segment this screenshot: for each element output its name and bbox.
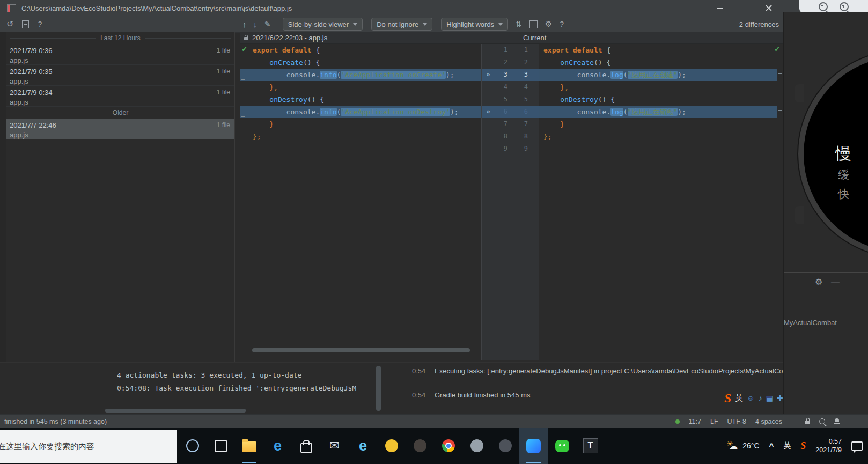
collapse-unchanged-icon[interactable]: ⇅ [516, 20, 522, 28]
input-language-indicator[interactable]: 英 [783, 441, 791, 451]
changed-chevron-icon: » [482, 69, 495, 81]
stripe-marker[interactable] [778, 73, 782, 74]
help-icon-2[interactable]: ? [560, 20, 564, 28]
differences-count: 2 differences [739, 16, 779, 32]
app-dark-icon [499, 439, 512, 452]
previous-difference-icon[interactable]: ↑ [242, 20, 247, 29]
help-icon[interactable]: ? [38, 20, 42, 28]
console-vertical-scrollbar[interactable] [376, 366, 381, 411]
voice-icon[interactable]: ♪ [759, 394, 762, 402]
ime-language-indicator[interactable]: 英 [735, 393, 743, 403]
taskbar-mail[interactable]: ✉ [320, 428, 349, 464]
taskbar-typora[interactable]: T [576, 428, 605, 464]
window-controls [707, 0, 781, 16]
cortana-icon [186, 439, 199, 452]
indent-setting[interactable]: 4 spaces [755, 418, 782, 425]
taskbar-app-dark-orange[interactable] [406, 428, 434, 464]
history-item[interactable]: 2021/7/9 0:34app.js1 file [6, 86, 234, 107]
highlight-mode-label: Highlight words [446, 20, 494, 28]
watch-option[interactable]: 缓 [838, 167, 849, 182]
taskbar-search-box[interactable]: 在这里输入你要搜索的内容 [0, 430, 177, 463]
previewer-panel: 慢 缓 快 ⚙ — MyActualCombat [783, 12, 868, 414]
compare-file-icon[interactable] [22, 20, 29, 28]
synchronize-scrolling-icon[interactable] [529, 20, 538, 28]
console-line: 4 actionable tasks: 3 executed, 1 up-to-… [117, 369, 356, 382]
minimize-button[interactable] [707, 0, 732, 16]
taskbar-file-explorer[interactable] [235, 428, 263, 464]
taskbar-app-gray[interactable] [462, 428, 491, 464]
maximize-button[interactable] [732, 0, 756, 16]
sogou-tray-icon[interactable]: S [800, 440, 806, 452]
horizontal-scrollbar[interactable] [252, 348, 470, 352]
taskbar-task-view[interactable] [207, 428, 235, 464]
edit-source-icon[interactable]: ✎ [264, 20, 271, 28]
history-item[interactable]: 2021/7/9 0:35app.js1 file [6, 65, 234, 86]
taskbar-edge-browser[interactable]: e [263, 428, 292, 464]
taskbar-microsoft-store[interactable] [292, 428, 320, 464]
settings-gear-icon[interactable]: ⚙ [545, 19, 552, 29]
line-separator[interactable]: LF [710, 418, 718, 425]
ignore-policy-dropdown[interactable]: Do not ignore [371, 18, 432, 31]
watch-button-bottom [795, 206, 804, 224]
highlight-mode-dropdown[interactable]: Highlight words [441, 18, 508, 31]
taskbar-cortana[interactable] [178, 428, 207, 464]
gutter-row: 77 [482, 118, 540, 130]
code-line: export default { [539, 44, 777, 56]
previewer-project-name: MyActualCombat [784, 319, 837, 327]
search-everywhere-icon[interactable] [819, 418, 825, 424]
close-button[interactable] [756, 0, 781, 16]
history-item-date: 2021/7/9 0:35 [10, 68, 230, 76]
history-item-date: 2021/7/7 22:46 [10, 121, 230, 129]
taskbar-clock[interactable]: 0:57 2021/7/9 [815, 437, 842, 454]
zoom-out-icon[interactable] [819, 2, 828, 11]
next-difference-icon[interactable]: ↓ [253, 20, 258, 29]
action-center-icon[interactable] [851, 441, 863, 451]
zoom-in-icon[interactable] [840, 2, 849, 11]
gutter-row: 99 [482, 143, 540, 155]
previewer-settings-gear-icon[interactable]: ⚙ [815, 277, 822, 287]
code-line: }; [539, 130, 777, 143]
previewer-zoom-overlay [799, 0, 868, 13]
history-item[interactable]: 2021/7/7 22:46app.js1 file [6, 119, 234, 139]
chevron-down-icon [423, 23, 427, 26]
diff-left-editor[interactable]: export default { onCreate() { console.in… [240, 44, 481, 360]
watch-option[interactable]: 慢 [835, 143, 851, 165]
file-explorer-icon [242, 441, 256, 452]
previewer-minimize-icon[interactable]: — [831, 277, 840, 286]
weather-widget[interactable]: ☀☁ 26°C [726, 440, 759, 451]
diff-header-bar: 2021/6/22 22:03 - app.js Current [240, 32, 783, 44]
history-item[interactable]: 2021/7/9 0:36app.js1 file [6, 44, 234, 65]
sogou-logo-icon[interactable]: S [724, 391, 731, 406]
inspection-status-icon[interactable] [675, 419, 680, 424]
keyboard-icon[interactable]: ▦ [766, 394, 773, 402]
code-line: }, [240, 81, 481, 93]
diff-right-editor[interactable]: export default { onCreate() { console.lo… [539, 44, 777, 360]
clock-time: 0:57 [815, 437, 842, 446]
viewer-mode-dropdown[interactable]: Side-by-side viewer [283, 18, 363, 31]
console-horizontal-scrollbar[interactable] [105, 409, 246, 413]
taskbar-app-yellow[interactable] [377, 428, 406, 464]
stripe-marker[interactable] [778, 110, 782, 111]
toolbox-icon[interactable]: ✚ [777, 394, 783, 402]
changed-chevron-icon [482, 44, 495, 56]
file-encoding[interactable]: UTF-8 [727, 418, 746, 425]
taskbar-internet-explorer[interactable]: e [349, 428, 377, 464]
hidden-icons-chevron[interactable]: ^ [769, 441, 774, 451]
maximize-icon [741, 5, 747, 11]
caret-position[interactable]: 11:7 [689, 418, 701, 425]
taskbar-wechat[interactable] [548, 428, 576, 464]
notifications-bell-icon[interactable] [834, 418, 840, 424]
watch-preview[interactable] [798, 51, 868, 257]
code-line [240, 143, 481, 155]
history-item-date: 2021/7/9 0:34 [10, 89, 230, 97]
taskbar-chrome[interactable] [434, 428, 462, 464]
taskbar-app-dark[interactable] [491, 428, 519, 464]
windows-taskbar: 在这里输入你要搜索的内容 e✉eT ☀☁ 26°C ^ 英 S 0:57 202… [0, 428, 868, 464]
revert-icon[interactable]: ↺ [6, 20, 13, 28]
taskbar-deveco-studio[interactable] [519, 428, 548, 464]
history-item-file: app.js [10, 77, 230, 85]
emoji-icon[interactable]: ☺ [747, 394, 754, 402]
watch-option[interactable]: 快 [838, 187, 849, 202]
read-only-lock-icon[interactable] [805, 421, 810, 424]
code-line: onCreate() { [240, 56, 481, 69]
